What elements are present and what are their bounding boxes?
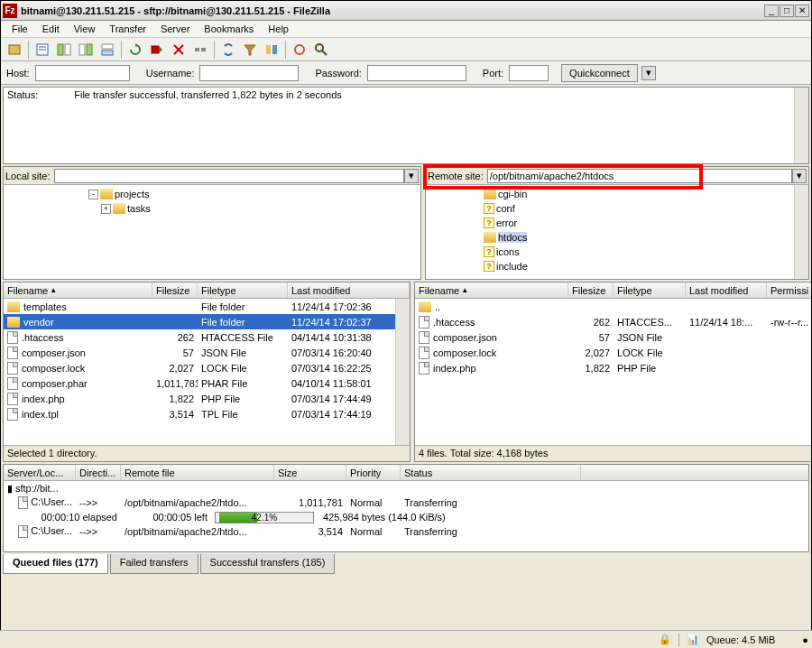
menu-bookmarks[interactable]: Bookmarks	[197, 22, 261, 36]
svg-rect-6	[79, 44, 85, 55]
expand-icon[interactable]: +	[101, 204, 111, 214]
list-row[interactable]: ..	[415, 299, 812, 314]
quickconnect-dropdown-icon[interactable]: ▾	[641, 66, 656, 80]
list-row[interactable]: index.tpl3,514TPL File07/03/14 17:44:19	[4, 406, 410, 421]
toggle-tree-icon[interactable]	[54, 40, 74, 60]
tree-item[interactable]: htdocs	[429, 230, 805, 245]
separator	[28, 41, 29, 59]
column-header[interactable]: Permissi	[767, 282, 812, 298]
menu-transfer[interactable]: Transfer	[102, 22, 153, 36]
list-row[interactable]: vendorFile folder11/24/14 17:02:37	[4, 314, 410, 329]
username-input[interactable]	[199, 65, 299, 81]
compare-icon[interactable]	[262, 40, 281, 60]
queue-row[interactable]: C:\User...-->>/opt/bitnami/apache2/htdo.…	[4, 524, 808, 539]
toggle-queue-icon[interactable]	[97, 40, 117, 60]
queue-row[interactable]: C:\User...-->>/opt/bitnami/apache2/htdo.…	[4, 495, 808, 510]
column-header[interactable]: Server/Loc...	[4, 465, 76, 480]
tree-item[interactable]: ?conf	[429, 201, 805, 216]
list-row[interactable]: composer.lock2,027LOCK File07/03/14 16:2…	[4, 360, 410, 375]
filter-icon[interactable]	[240, 40, 260, 60]
tree-item[interactable]: ?error	[429, 216, 805, 230]
window-title: bitnami@130.211.51.215 - sftp://bitnami@…	[21, 5, 764, 16]
column-header[interactable]: Filetype	[198, 282, 288, 298]
queue-tab[interactable]: Queued files (177)	[3, 554, 108, 574]
minimize-button[interactable]: _	[764, 5, 779, 17]
list-row[interactable]: composer.json57JSON File07/03/14 16:20:4…	[4, 345, 410, 360]
scrollbar[interactable]	[395, 299, 410, 445]
menu-file[interactable]: File	[5, 22, 35, 36]
column-header[interactable]: Last modified	[288, 282, 410, 298]
find-icon[interactable]	[311, 40, 331, 60]
host-input[interactable]	[35, 65, 130, 81]
scrollbar[interactable]	[794, 88, 808, 163]
local-site-input[interactable]	[54, 169, 404, 183]
remote-site-dropdown-icon[interactable]: ▾	[792, 169, 807, 183]
remote-list-body[interactable]: ...htaccess262HTACCES...11/24/14 18:...-…	[415, 299, 812, 445]
column-header[interactable]: Status	[401, 465, 581, 480]
tree-item-label: conf	[496, 203, 515, 214]
list-row[interactable]: index.php1,822PHP File	[415, 360, 812, 375]
list-row[interactable]: .htaccess262HTACCES...11/24/14 18:...-rw…	[415, 314, 812, 329]
expand-icon[interactable]: -	[88, 190, 98, 199]
queue-body[interactable]: ▮sftp://bit...C:\User...-->>/opt/bitnami…	[4, 481, 808, 551]
menu-server[interactable]: Server	[153, 22, 197, 36]
list-row[interactable]: composer.json57JSON File	[415, 329, 812, 345]
column-header[interactable]: Size	[274, 465, 346, 480]
unknown-icon: ?	[484, 203, 494, 214]
site-manager-icon[interactable]	[5, 40, 24, 60]
list-row[interactable]: index.php1,822PHP File07/03/14 17:44:49	[4, 391, 410, 406]
sync-browse-icon[interactable]	[290, 40, 309, 60]
queue-tab[interactable]: Failed transfers	[110, 554, 198, 574]
port-input[interactable]	[509, 65, 549, 81]
local-list-header[interactable]: Filename▲FilesizeFiletypeLast modified	[4, 282, 410, 299]
menu-view[interactable]: View	[67, 22, 103, 36]
column-header[interactable]: Filetype	[614, 282, 686, 298]
column-header[interactable]: Priority	[346, 465, 401, 480]
queue-tabs: Queued files (177)Failed transfersSucces…	[3, 554, 809, 574]
list-row[interactable]: composer.phar1,011,781PHAR File04/10/14 …	[4, 375, 410, 391]
column-header[interactable]: Directi...	[76, 465, 121, 480]
remote-site-input[interactable]	[487, 169, 792, 183]
column-header[interactable]: Filename▲	[4, 282, 152, 298]
scrollbar[interactable]	[794, 185, 808, 279]
tree-item[interactable]: ?icons	[429, 245, 805, 259]
tree-item[interactable]: -projects	[7, 187, 417, 201]
tree-item[interactable]: ?include	[429, 259, 805, 273]
tree-item-label: cgi-bin	[498, 189, 527, 199]
list-row[interactable]: composer.lock2,027LOCK File	[415, 345, 812, 360]
close-button[interactable]: ✕	[795, 5, 809, 17]
toggle-log-icon[interactable]	[32, 40, 52, 60]
reconnect-icon[interactable]	[218, 40, 238, 60]
process-queue-icon[interactable]	[147, 40, 167, 60]
maximize-button[interactable]: □	[780, 5, 794, 17]
menu-edit[interactable]: Edit	[35, 22, 67, 36]
tree-item[interactable]: +tasks	[7, 201, 417, 216]
remote-list-header[interactable]: Filename▲FilesizeFiletypeLast modifiedPe…	[415, 282, 812, 299]
tree-item-label: htdocs	[498, 232, 527, 243]
remote-tree[interactable]: cgi-bin?conf?errorhtdocs?icons?include	[426, 185, 808, 279]
local-status: Selected 1 directory.	[4, 445, 410, 461]
list-row[interactable]: templatesFile folder11/24/14 17:02:36	[4, 299, 410, 314]
column-header[interactable]: Last modified	[686, 282, 767, 298]
column-header[interactable]: Filename▲	[415, 282, 568, 298]
cancel-icon[interactable]	[169, 40, 189, 60]
column-header[interactable]: Filesize	[568, 282, 614, 298]
queue-server-row[interactable]: ▮sftp://bit...	[4, 481, 808, 495]
tree-item[interactable]: cgi-bin	[429, 187, 805, 201]
list-row[interactable]: .htaccess262HTACCESS File04/14/14 10:31:…	[4, 329, 410, 345]
queue-tab[interactable]: Successful transfers (185)	[200, 554, 336, 574]
disconnect-icon[interactable]	[190, 40, 210, 60]
refresh-icon[interactable]	[125, 40, 145, 60]
quickconnect-button[interactable]: Quickconnect	[561, 64, 638, 82]
column-header[interactable]: Filesize	[152, 282, 198, 298]
tree-item-label: projects	[115, 189, 150, 199]
column-header[interactable]: Remote file	[121, 465, 274, 480]
progress-bar: 42.1%	[215, 512, 314, 523]
queue-header[interactable]: Server/Loc...Directi...Remote fileSizePr…	[4, 465, 808, 481]
local-tree[interactable]: -projects+tasks	[4, 185, 420, 279]
password-input[interactable]	[367, 65, 466, 81]
menu-help[interactable]: Help	[261, 22, 296, 36]
toggle-remote-tree-icon[interactable]	[76, 40, 96, 60]
local-site-dropdown-icon[interactable]: ▾	[404, 169, 419, 183]
local-list-body[interactable]: templatesFile folder11/24/14 17:02:36ven…	[4, 299, 410, 445]
